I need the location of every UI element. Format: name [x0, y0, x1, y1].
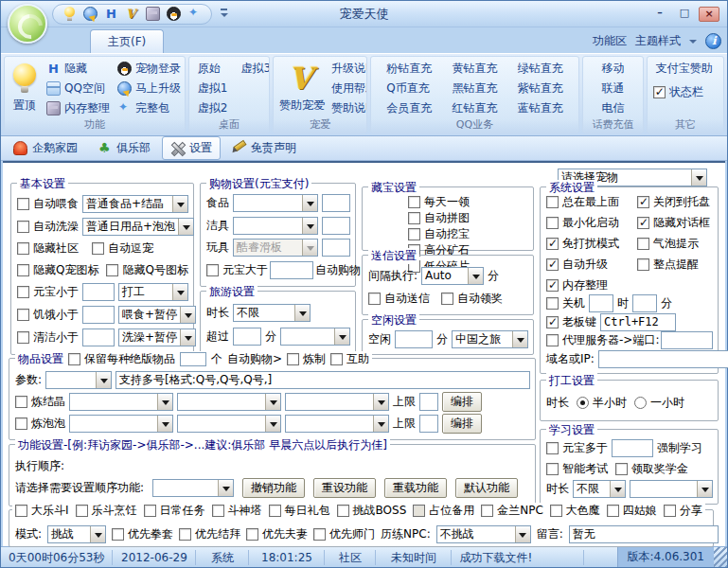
system-toggle[interactable]: 内存整理 [546, 277, 637, 293]
threshold-toggle[interactable]: 清洁小于 [17, 329, 79, 346]
shutdown-toggle[interactable]: 关机 [546, 295, 585, 311]
mail-interval-combo[interactable]: Auto [421, 267, 484, 285]
reset-function-button[interactable]: 重设功能 [313, 478, 376, 498]
study-duration-combo[interactable]: 不限 [573, 480, 626, 498]
arrange-button[interactable]: 编排 [442, 392, 482, 412]
battle-toggle[interactable]: 日常任务 [144, 503, 205, 519]
threshold-input[interactable] [82, 306, 115, 324]
auto-feed-toggle[interactable]: 自动喂食 [17, 196, 79, 212]
qq-service-item[interactable]: 紫钻直充 [512, 80, 569, 98]
arrange-button[interactable]: 编排 [442, 414, 482, 434]
battle-toggle[interactable]: 每日礼包 [269, 503, 330, 519]
phone-recharge-item[interactable]: 移动 [595, 60, 630, 78]
refine-crystal-toggle[interactable]: 炼结晶 [15, 394, 65, 410]
bosskey-toggle[interactable]: 老板键 [546, 314, 596, 330]
full-package-button[interactable]: 完整包 [115, 99, 184, 117]
desktop-item[interactable]: 虚拟2 [192, 99, 234, 117]
upgrade-now-button[interactable]: 马上升级 [115, 80, 184, 98]
default-function-button[interactable]: 默认功能 [455, 478, 518, 498]
system-toggle[interactable]: 关闭到托盘 [637, 194, 713, 210]
threshold-input[interactable] [82, 283, 115, 301]
shutdown-minute-input[interactable] [632, 294, 657, 312]
basic-toggle[interactable]: 自动逗宠 [92, 240, 153, 257]
qzone-button[interactable]: QQ空间 [44, 80, 113, 98]
qq-service-item[interactable]: 粉钻直充 [381, 60, 437, 78]
feed-item-combo[interactable]: 普通食品+结晶 [82, 195, 188, 213]
threshold-action-combo[interactable]: 打工 [118, 283, 188, 301]
pet-help-item[interactable]: 使用帮助 [329, 80, 367, 98]
battle-toggle[interactable]: 大乐斗I [15, 503, 69, 519]
pet-help-item[interactable]: 升级说明 [329, 60, 367, 78]
travel-over-input[interactable] [233, 328, 261, 346]
cleaning-combo[interactable] [233, 217, 318, 235]
phone-recharge-item[interactable]: 联通 [595, 80, 630, 98]
treasure-toggle[interactable]: 每天一领 [408, 194, 488, 210]
theme-style-button[interactable]: 主题样式 [635, 33, 681, 49]
battle-toggle[interactable]: 四姑娘 [607, 503, 657, 519]
idle-minutes-input[interactable] [395, 330, 433, 348]
crystal-combo-1[interactable] [69, 393, 173, 411]
travel-action-combo[interactable] [280, 328, 350, 346]
bubble-limit-input[interactable] [419, 415, 438, 433]
auto-bath-toggle[interactable]: 自动洗澡 [17, 219, 79, 235]
ribbon-area-button[interactable]: 功能区 [593, 33, 627, 49]
battle-toggle[interactable]: 大色魔 [550, 503, 600, 519]
threshold-input[interactable] [82, 328, 115, 346]
qq-icon[interactable] [167, 7, 181, 21]
work-half-hour-radio[interactable]: 半小时 [577, 395, 627, 411]
desktop-item[interactable]: 虚拟1 [192, 80, 234, 98]
tab-home[interactable]: 主页(F) [90, 29, 164, 53]
qq-service-item[interactable]: Q币直充 [381, 80, 437, 98]
system-toggle[interactable]: 隐藏对话框 [637, 215, 713, 231]
pet-help-item[interactable]: 赞助说明 [329, 99, 367, 117]
phone-recharge-item[interactable]: 电信 [595, 99, 630, 117]
mail-toggle[interactable]: 自动领奖 [441, 291, 503, 307]
system-toggle[interactable]: 自动升级 [546, 257, 637, 273]
refine-toggle[interactable]: 炼制 [287, 351, 326, 367]
qq-service-item[interactable]: 会员直充 [381, 99, 437, 117]
basic-toggle[interactable]: 隐藏Q宠图标 [17, 262, 98, 278]
study-toggle[interactable]: 领取奖学金 [615, 461, 688, 477]
battle-toggle[interactable]: 占位备用 [413, 503, 474, 519]
qat-overflow-icon[interactable] [218, 7, 232, 21]
qq-service-item[interactable]: 绿钻直充 [512, 60, 569, 78]
bubble-combo-2[interactable] [177, 415, 281, 433]
battle-mode-combo[interactable]: 挑战 [47, 525, 106, 543]
proxy-port-input[interactable] [661, 331, 713, 349]
crystal-limit-input[interactable] [419, 393, 438, 411]
battle-toggle[interactable]: 斗神塔 [212, 503, 262, 519]
pin-top-button[interactable]: 置顶 [8, 62, 42, 115]
bosskey-input[interactable] [600, 313, 676, 331]
battle-toggle[interactable]: 挑战BOSS [337, 503, 407, 519]
system-toggle[interactable]: 最小化启动 [546, 215, 637, 231]
priority-toggle[interactable]: 优先夫妻 [246, 526, 308, 542]
treasure-toggle[interactable]: 自动拼图 [408, 210, 488, 226]
param-combo[interactable] [45, 371, 112, 389]
sponsor-pet-button[interactable]: 赞助宠爱 [276, 62, 328, 115]
statusbar-toggle[interactable]: 状态栏 [650, 83, 719, 101]
priority-toggle[interactable]: 优先师门 [313, 526, 375, 542]
package-icon[interactable] [187, 7, 202, 21]
study-toggle[interactable]: 智能考试 [546, 461, 608, 477]
system-toggle[interactable]: 气泡提示 [637, 236, 713, 252]
bubble-combo-3[interactable] [285, 415, 389, 433]
idle-action-combo[interactable]: 中国之旅 [452, 330, 528, 348]
mutual-toggle[interactable]: 互助 [330, 351, 369, 367]
proxy-toggle[interactable]: 代理服务器->端口: [546, 332, 659, 348]
priority-toggle[interactable]: 优先拳套 [112, 526, 173, 542]
tab-penguin-home[interactable]: 企鹅家园 [5, 136, 86, 160]
npc-combo[interactable]: 不挑战 [436, 525, 531, 543]
system-toggle[interactable]: 总在最上面 [546, 194, 637, 210]
basic-toggle[interactable]: 隐藏Q号图标 [106, 262, 187, 278]
resize-grip[interactable] [714, 547, 727, 567]
function-order-combo[interactable] [152, 479, 234, 497]
refine-bubble-toggle[interactable]: 炼泡泡 [15, 416, 65, 432]
qq-service-item[interactable]: 黄钻直充 [446, 60, 503, 78]
threshold-toggle[interactable]: 元宝小于 [17, 284, 79, 300]
cleaning-qty-input[interactable] [322, 217, 350, 235]
chevron-down-icon[interactable] [689, 40, 697, 47]
reload-function-button[interactable]: 重载功能 [384, 478, 447, 498]
system-toggle[interactable]: 免打扰模式 [546, 236, 637, 252]
study-yuanbao-toggle[interactable]: 元宝多于 [546, 440, 608, 456]
priority-toggle[interactable]: 优先结拜 [179, 526, 240, 542]
